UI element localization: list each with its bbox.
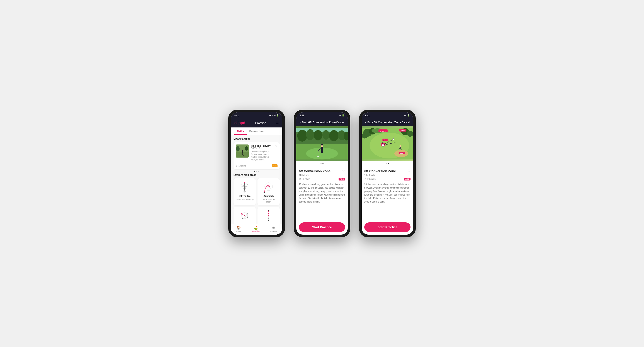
skill-desc-ott: Power and accuracy: [236, 199, 254, 201]
detail-shots-row-3: ⏱ 20 shots ARG: [364, 178, 410, 180]
approach-diagram: [262, 180, 275, 194]
drill-detail-content-3[interactable]: 6ft Conversion Zone ♡ 10-50 yds ⏱ 20 sho…: [362, 167, 413, 220]
drill-category: Off The Tee: [251, 147, 273, 150]
drill-header-title-3: 6ft Conversion Zone: [374, 121, 401, 124]
svg-point-37: [268, 218, 269, 219]
drill-thumbnail: [236, 144, 249, 158]
svg-line-31: [242, 214, 244, 216]
svg-point-46: [314, 130, 322, 140]
cancel-button-3[interactable]: Cancel: [402, 121, 410, 124]
detail-shots-3: ⏱ 20 shots: [364, 178, 376, 180]
detail-title-3: 6ft Conversion Zone: [364, 169, 396, 173]
activities-icon: ⛳: [254, 226, 258, 230]
screenshot-container: 9:41 ▪▪▪ WiFi 🔋 clippd Practice ☰ Drills: [228, 110, 416, 237]
dot-1: [254, 171, 255, 172]
skill-card-approach[interactable]: Approach Dial-in to hit the green: [258, 178, 280, 205]
svg-point-81: [393, 138, 394, 140]
skill-card-atg[interactable]: Around The Green Hone your short game: [234, 207, 256, 224]
status-time-1: 9:41: [234, 114, 239, 117]
explore-title: Explore skill areas: [234, 174, 280, 177]
skill-desc-approach: Dial-in to hit the green: [260, 199, 278, 203]
svg-point-60: [318, 156, 318, 157]
menu-icon[interactable]: ☰: [276, 121, 279, 125]
shots-count-2: 20 shots: [302, 178, 310, 180]
nav-capture[interactable]: ⊕ Capture: [270, 226, 277, 232]
clock-icon-2: ⏱: [299, 178, 301, 180]
photo-dot-2: [322, 163, 324, 164]
phone-2-screen: 9:41 ▪▪▪ 🔋 < Back 6ft Conversion Zone Ca…: [296, 112, 348, 235]
battery-icon-3: 🔋: [407, 114, 410, 117]
carousel-dots: [234, 171, 280, 172]
svg-point-47: [322, 130, 330, 140]
detail-fav-icon-2[interactable]: ♡: [342, 169, 345, 173]
status-bar-3: 9:41 ▪▪▪ 🔋: [362, 112, 413, 119]
svg-line-13: [244, 183, 246, 191]
status-icons-2: ▪▪▪ 🔋: [339, 114, 344, 117]
status-icons-1: ▪▪▪ WiFi 🔋: [268, 114, 279, 117]
svg-point-41: [268, 210, 270, 211]
svg-point-22: [264, 192, 265, 193]
nav-home-label: Home: [236, 230, 241, 232]
map-dot-2: [388, 163, 389, 164]
featured-drill-card[interactable]: Find The Fairway Off The Tee Create an i…: [234, 142, 280, 169]
skill-card-putting[interactable]: Putting Make and lag practice: [258, 207, 280, 224]
svg-point-38: [268, 215, 269, 216]
svg-line-10: [241, 184, 244, 191]
ott-diagram: [238, 180, 251, 194]
drill-detail-header-3: < Back 6ft Conversion Zone Cancel: [362, 119, 413, 126]
svg-text:ROUGH: ROUGH: [401, 130, 405, 131]
detail-fav-icon-3[interactable]: ♡: [408, 169, 410, 173]
svg-line-34: [244, 216, 247, 218]
nav-activities-label: Activities: [252, 230, 260, 232]
phone1-scroll-content[interactable]: Most Popular: [231, 135, 282, 224]
signal-icon: ▪▪▪: [268, 114, 271, 117]
svg-rect-53: [321, 147, 323, 151]
drill-shots: ⏱ 10 shots: [236, 165, 246, 167]
phone-1: 9:41 ▪▪▪ WiFi 🔋 clippd Practice ☰ Drills: [228, 110, 285, 237]
dot-3: [258, 171, 259, 172]
golf-map-scene: FAIRWAY ROUGH Miss Hit SAND: [362, 126, 413, 161]
tab-drills[interactable]: Drills: [234, 127, 247, 135]
detail-shots-row-2: ⏱ 20 shots ARG: [299, 178, 345, 180]
phone-1-screen: 9:41 ▪▪▪ WiFi 🔋 clippd Practice ☰ Drills: [231, 112, 282, 235]
start-practice-button-3[interactable]: Start Practice: [364, 222, 410, 232]
home-icon: 🏠: [236, 226, 241, 230]
start-practice-button-2[interactable]: Start Practice: [299, 222, 345, 232]
shots-count-3: 20 shots: [367, 178, 376, 180]
battery-icon: 🔋: [276, 114, 279, 117]
drill-hero-map: FAIRWAY ROUGH Miss Hit SAND: [362, 126, 413, 161]
detail-yardage-3: 10-50 yds: [364, 174, 410, 176]
skill-card-ott[interactable]: Off The Tee Power and accuracy: [234, 178, 256, 205]
svg-text:SAND: SAND: [400, 153, 403, 154]
svg-point-68: [407, 131, 413, 137]
bottom-nav-1: 🏠 Home ⛳ Activities ⊕ Capture: [231, 224, 282, 235]
svg-point-3: [245, 146, 248, 151]
atg-diagram: [238, 209, 251, 222]
svg-point-39: [268, 213, 269, 214]
nav-home[interactable]: 🏠 Home: [236, 226, 241, 232]
header-title-1: Practice: [255, 121, 266, 125]
svg-point-44: [297, 130, 307, 141]
back-button-3[interactable]: < Back: [365, 121, 373, 124]
drill-footer: ⏱ 10 shots OTT: [236, 163, 278, 167]
skill-name-ott: Off The Tee: [239, 195, 250, 197]
signal-icon-3: ▪▪▪: [404, 114, 406, 117]
signal-icon-2: ▪▪▪: [339, 114, 341, 117]
capture-icon: ⊕: [272, 226, 275, 230]
phone-3-screen: 9:41 ▪▪▪ 🔋 < Back 6ft Conversion Zone Ca…: [362, 112, 413, 235]
detail-shots-2: ⏱ 20 shots: [299, 178, 310, 180]
drill-name: Find The Fairway: [251, 144, 273, 147]
drill-detail-content-2[interactable]: 6ft Conversion Zone ♡ 10-50 yds ⏱ 20 sho…: [296, 167, 348, 220]
cancel-button-2[interactable]: Cancel: [336, 121, 344, 124]
favourite-icon[interactable]: ♡: [275, 144, 278, 148]
nav-activities[interactable]: ⛳ Activities: [252, 226, 260, 232]
svg-line-33: [242, 216, 244, 218]
svg-line-11: [243, 183, 244, 191]
drill-description: Create an imaginary fairway using trees …: [251, 150, 273, 161]
back-button-2[interactable]: < Back: [300, 121, 308, 124]
skill-name-approach: Approach: [264, 195, 274, 197]
tab-favourites[interactable]: Favourites: [247, 127, 266, 135]
status-icons-3: ▪▪▪ 🔋: [404, 114, 410, 117]
svg-point-2: [236, 146, 240, 151]
svg-rect-56: [321, 150, 322, 153]
